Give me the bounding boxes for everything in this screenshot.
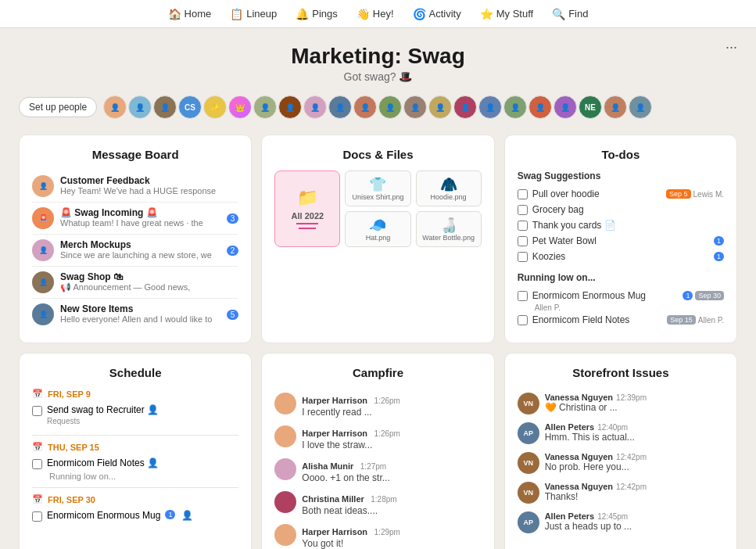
avatar[interactable]: 👤 [153, 95, 177, 119]
todo-item: Thank you cards 📄 [518, 217, 724, 233]
todo-checkbox[interactable] [518, 205, 528, 215]
nav-find[interactable]: 🔍 Find [544, 5, 596, 23]
file-label: Unisex Shirt.png [350, 193, 405, 201]
avatar[interactable]: NE [579, 95, 602, 119]
todo-checkbox[interactable] [518, 291, 528, 301]
avatar[interactable]: 👤 [528, 95, 552, 119]
docs-folder-item[interactable]: 📁 All 2022 [274, 170, 340, 247]
todo-checkbox[interactable] [518, 221, 528, 231]
avatar[interactable]: 👤 [128, 95, 152, 119]
schedule-checkbox[interactable] [32, 511, 42, 522]
message-preview: Hey Team! We've had a HUGE response [60, 186, 238, 196]
todo-checkbox[interactable] [518, 315, 528, 325]
nav-activity[interactable]: 🌀 Activity [405, 5, 469, 23]
avatar[interactable]: 👤 [303, 95, 327, 119]
message-avatar: 👤 [32, 239, 54, 261]
docs-grid: 📁 All 2022 👕 Unisex Shirt.png 🧥 Hoodie.p… [274, 170, 481, 247]
message-title: Customer Feedback [60, 175, 238, 186]
todo-label: Pull over hoodie [532, 188, 661, 199]
find-icon: 🔍 [552, 8, 565, 20]
storefront-message[interactable]: VN Vanessa Nguyen 12:42pm No prob. Here … [518, 448, 724, 478]
avatar[interactable]: CS [178, 95, 202, 119]
hey-icon: 👋 [357, 8, 370, 20]
docs-file-item[interactable]: 🧥 Hoodie.png [416, 170, 482, 206]
docs-file-item[interactable]: 👕 Unisex Shirt.png [345, 170, 410, 206]
storefront-card: Storefront Issues VN Vanessa Nguyen 12:3… [504, 353, 737, 549]
schedule-title: Schedule [32, 366, 238, 379]
avatar[interactable]: 👤 [378, 95, 402, 119]
storefront-message[interactable]: AP Allen Peters 12:45pm Just a heads up … [518, 508, 724, 537]
avatar[interactable]: 👤 [503, 95, 527, 119]
schedule-badge: 1 [165, 510, 175, 519]
todo-label: Thank you cards 📄 [532, 220, 724, 231]
todo-item: Pull over hoodie Sep 5 Lewis M. [518, 186, 724, 202]
file-label: Water Bottle.png [421, 234, 476, 242]
message-item[interactable]: 👤 Merch Mockups Since we are launching a… [32, 235, 238, 267]
storefront-messages: VN Vanessa Nguyen 12:39pm 🧡 Christina or… [518, 389, 724, 537]
avatar[interactable]: 👤 [428, 95, 452, 119]
activity-icon: 🌀 [413, 8, 426, 20]
schedule-checkbox[interactable] [32, 459, 42, 469]
message-badge: 5 [227, 310, 239, 320]
avatar[interactable]: 👤 [278, 95, 302, 119]
avatar[interactable]: ✨ [203, 95, 227, 119]
storefront-message[interactable]: VN Vanessa Nguyen 12:42pm Thanks! [518, 478, 724, 508]
main-grid: Message Board 👤 Customer Feedback Hey Te… [19, 135, 737, 549]
campfire-message[interactable]: Harper Harrison 1:26pm I recently read .… [274, 389, 481, 422]
running-low-header: Running low on... [518, 272, 724, 283]
avatar[interactable]: 👤 [453, 95, 477, 119]
avatar[interactable]: 👤 [604, 95, 627, 119]
more-options-button[interactable]: ··· [719, 36, 743, 59]
campfire-message[interactable]: Harper Harrison 1:29pm You got it! [274, 520, 481, 549]
schedule-label: Enormicom Enormous Mug [47, 510, 160, 521]
avatar[interactable]: 👤 [103, 95, 127, 119]
avatar[interactable]: 👤 [253, 95, 277, 119]
campfire-title: Campfire [274, 366, 481, 379]
todo-checkbox[interactable] [518, 236, 528, 246]
message-item[interactable]: 👤 Customer Feedback Hey Team! We've had … [32, 170, 238, 203]
project-header: Marketing: Swag Got swag? 🎩 [19, 44, 737, 83]
nav-home[interactable]: 🏠 Home [160, 5, 220, 23]
avatar[interactable]: 👤 [403, 95, 427, 119]
setup-people-button[interactable]: Set up people [19, 97, 97, 117]
storefront-avatar: VN [518, 482, 539, 504]
message-preview: Hello everyone! Allen and I would like t… [60, 314, 217, 324]
nav-pings[interactable]: 🔔 Pings [288, 5, 346, 23]
avatar[interactable]: 👤 [478, 95, 502, 119]
message-item[interactable]: 👤 Swag Shop 🛍 📢 Announcement — Good news… [32, 267, 238, 299]
nav-hey[interactable]: 👋 Hey! [349, 5, 402, 23]
file-icon: 🧢 [350, 217, 405, 234]
avatar[interactable]: 👤 [629, 95, 652, 119]
message-avatar: 👤 [32, 175, 54, 197]
campfire-message[interactable]: Christina Miller 1:28pm Both neat ideas.… [274, 487, 481, 520]
schedule-checkbox[interactable] [32, 406, 42, 416]
file-label: Hoodie.png [421, 193, 476, 201]
docs-file-item[interactable]: 🧢 Hat.png [345, 211, 410, 247]
message-item[interactable]: 🚨 🚨 Swag Incoming 🚨 Whatup team! I have … [32, 203, 238, 235]
campfire-time: 1:28pm [371, 495, 396, 504]
todo-checkbox[interactable] [518, 252, 528, 262]
nav-mystuff[interactable]: ⭐ My Stuff [472, 5, 541, 23]
todo-badge: 1 [714, 252, 724, 261]
campfire-message[interactable]: Alisha Munir 1:27pm Oooo. +1 on the str.… [274, 454, 481, 487]
storefront-title: Storefront Issues [518, 366, 724, 379]
avatar[interactable]: 👤 [353, 95, 377, 119]
todo-label: Enormicom Enormous Mug [532, 290, 679, 301]
storefront-message[interactable]: AP Allen Peters 12:40pm Hmm. This is act… [518, 418, 724, 448]
message-title: New Store Items [60, 303, 217, 314]
storefront-message[interactable]: VN Vanessa Nguyen 12:39pm 🧡 Christina or… [518, 389, 724, 418]
docs-file-item[interactable]: 🍶 Water Bottle.png [416, 211, 482, 247]
avatar[interactable]: 👤 [328, 95, 352, 119]
schedule-date: 📅 FRI, SEP 30 [32, 494, 238, 504]
todo-item: Pet Water Bowl 1 [518, 233, 724, 249]
message-avatar: 👤 [32, 271, 54, 293]
avatar[interactable]: 👑 [228, 95, 252, 119]
campfire-message[interactable]: Harper Harrison 1:26pm I love the straw.… [274, 422, 481, 454]
storefront-avatar: VN [518, 393, 539, 414]
message-item[interactable]: 👤 New Store Items Hello everyone! Allen … [32, 299, 238, 330]
nav-lineup[interactable]: 📋 Lineup [222, 5, 285, 23]
campfire-time: 1:29pm [374, 528, 400, 536]
avatar[interactable]: 👤 [554, 95, 577, 119]
campfire-text: I recently read ... [302, 407, 481, 418]
todo-checkbox[interactable] [518, 189, 528, 199]
